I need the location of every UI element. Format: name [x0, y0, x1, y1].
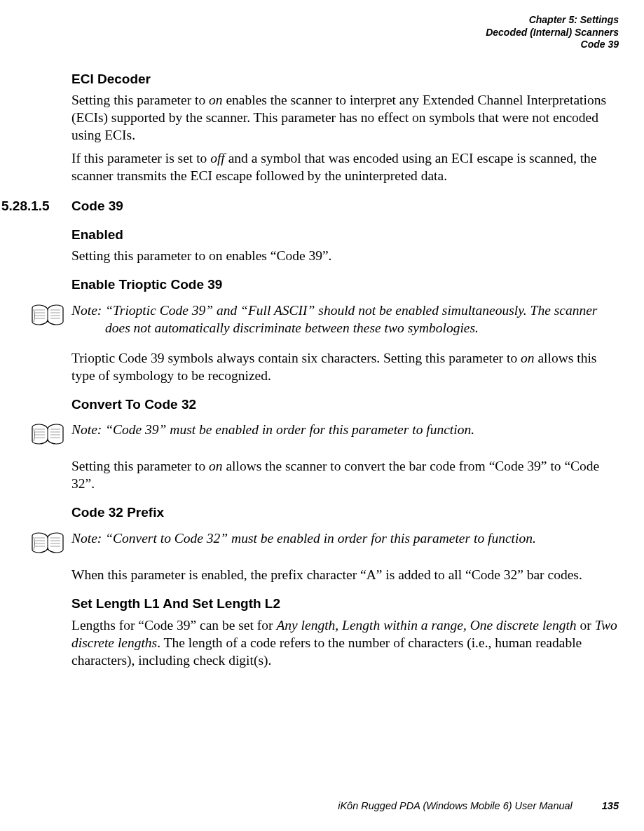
- text: Setting this parameter to: [71, 93, 209, 107]
- heading-convert-to-code-32: Convert To Code 32: [71, 396, 617, 414]
- text: or: [577, 618, 595, 633]
- note-label: Note:: [71, 303, 102, 318]
- note-body: “Code 39” must be enabled in order for t…: [105, 422, 474, 437]
- text: Trioptic Code 39 symbols always contain …: [71, 351, 521, 365]
- page: Chapter 5: Settings Decoded (Internal) S…: [0, 0, 644, 831]
- book-icon: [31, 423, 64, 445]
- book-icon: [31, 532, 64, 554]
- page-number: 135: [602, 800, 619, 811]
- heading-code-32-prefix: Code 32 Prefix: [71, 504, 617, 522]
- paragraph: Setting this parameter to on enables the…: [71, 92, 617, 144]
- note-block: Note: “Trioptic Code 39” and “Full ASCII…: [31, 302, 617, 337]
- section-title: Code 39: [71, 198, 123, 215]
- text: Setting this parameter to: [71, 459, 209, 473]
- paragraph: Lengths for “Code 39” can be set for Any…: [71, 617, 617, 670]
- page-header: Chapter 5: Settings Decoded (Internal) S…: [0, 14, 623, 51]
- note-label: Note:: [71, 422, 102, 437]
- heading-eci-decoder: ECI Decoder: [71, 71, 617, 88]
- note-label: Note:: [71, 531, 102, 546]
- paragraph: Setting this parameter to on enables “Co…: [71, 248, 617, 265]
- heading-enabled: Enabled: [71, 227, 617, 244]
- page-footer: iKôn Rugged PDA (Windows Mobile 6) User …: [338, 799, 619, 813]
- content-area: ECI Decoder Setting this parameter to on…: [0, 71, 623, 670]
- paragraph: If this parameter is set to off and a sy…: [71, 150, 617, 185]
- note-text: Note: “Code 39” must be enabled in order…: [105, 421, 617, 439]
- section-number: 5.28.1.5: [0, 198, 71, 215]
- text: Lengths for “Code 39” can be set for: [71, 618, 276, 633]
- text-italic: on: [209, 93, 223, 107]
- note-block: Note: “Code 39” must be enabled in order…: [31, 421, 617, 445]
- header-section: Decoded (Internal) Scanners: [0, 27, 619, 39]
- text-italic: on: [521, 351, 535, 365]
- manual-title: iKôn Rugged PDA (Windows Mobile 6) User …: [338, 800, 573, 811]
- heading-set-length: Set Length L1 And Set Length L2: [71, 595, 617, 613]
- paragraph: Trioptic Code 39 symbols always contain …: [71, 350, 617, 385]
- heading-enable-trioptic: Enable Trioptic Code 39: [71, 276, 617, 294]
- text-italic: Any length, Length within a range, One d…: [276, 618, 576, 633]
- text-italic: on: [209, 459, 223, 473]
- note-text: Note: “Convert to Code 32” must be enabl…: [105, 530, 617, 548]
- text-italic: off: [210, 151, 225, 165]
- note-body: “Trioptic Code 39” and “Full ASCII” shou…: [105, 303, 597, 335]
- header-chapter: Chapter 5: Settings: [0, 14, 619, 27]
- note-text: Note: “Trioptic Code 39” and “Full ASCII…: [105, 302, 617, 337]
- header-subsection: Code 39: [0, 39, 619, 51]
- section-heading-row: 5.28.1.5 Code 39: [0, 198, 617, 215]
- paragraph: When this parameter is enabled, the pref…: [71, 567, 617, 584]
- note-block: Note: “Convert to Code 32” must be enabl…: [31, 530, 617, 554]
- note-body: “Convert to Code 32” must be enabled in …: [105, 531, 536, 546]
- book-icon: [31, 304, 64, 326]
- text: If this parameter is set to: [71, 151, 210, 165]
- paragraph: Setting this parameter to on allows the …: [71, 458, 617, 493]
